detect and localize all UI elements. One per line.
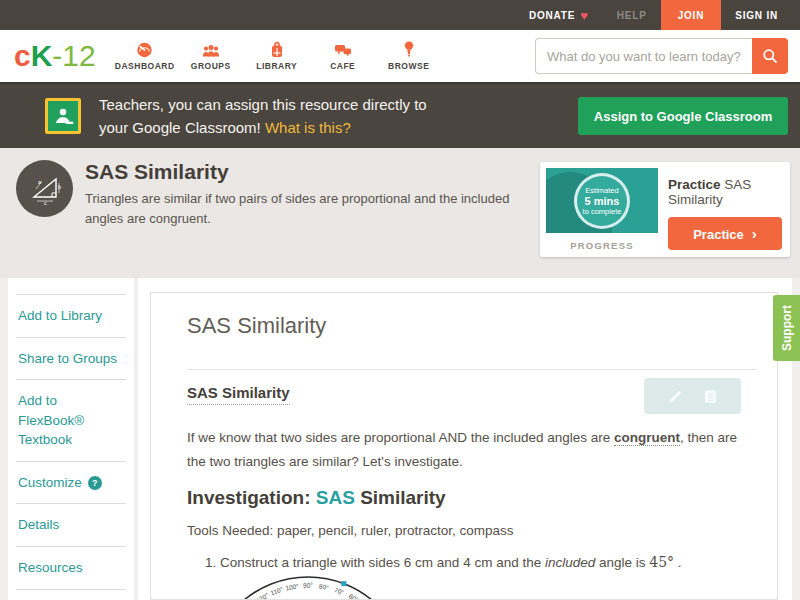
classroom-banner: Teachers, you can assign this resource d… — [0, 84, 800, 148]
practice-button[interactable]: Practice› — [668, 217, 782, 250]
nav-library[interactable]: LIBRARY — [244, 42, 310, 71]
search-input[interactable] — [535, 38, 752, 74]
tools-needed-line: Tools Needed: paper, pencil, ruler, prot… — [187, 523, 757, 538]
heart-icon: ♥ — [580, 8, 589, 23]
read-document-icon[interactable] — [703, 389, 718, 404]
triangle-concept-icon: abc — [16, 160, 73, 217]
protractor-image: 30°40°50°60°70°80°90°100°110°120°130°140… — [205, 576, 757, 600]
sign-in-button[interactable]: SIGN IN — [721, 0, 792, 30]
step-1: 1. Construct a triangle with sides 6 cm … — [187, 554, 757, 570]
sidebar-item-share-to-groups[interactable]: Share to Groups — [16, 338, 126, 381]
donate-label: DONATE — [529, 10, 575, 21]
nav-groups-label: GROUPS — [191, 61, 231, 71]
groups-people-icon — [201, 42, 221, 58]
sidebar-item-details[interactable]: Details — [16, 504, 126, 547]
svg-text:c: c — [44, 199, 47, 205]
banner-line1: Teachers, you can assign this resource d… — [99, 93, 427, 116]
page: DONATE♥ HELP JOIN SIGN IN cK-12 DASHBOAR… — [0, 0, 800, 600]
banner-text: Teachers, you can assign this resource d… — [99, 93, 427, 140]
edit-pencil-icon[interactable] — [668, 389, 683, 404]
help-question-icon[interactable]: ? — [88, 476, 102, 490]
ck12-logo[interactable]: cK-12 — [14, 41, 96, 71]
browse-bulb-icon — [404, 42, 414, 58]
nav-dashboard-label: DASHBOARD — [115, 61, 175, 71]
sidebar-item-resources[interactable]: Resources — [16, 547, 126, 590]
intro-paragraph: If we know that two sides are proportion… — [187, 426, 757, 475]
practice-title: Practice SAS Similarity — [668, 177, 782, 207]
estimated-time-badge: Estimated 5 mins to complete — [574, 173, 630, 229]
topbar: DONATE♥ HELP JOIN SIGN IN — [0, 0, 800, 30]
svg-text:b: b — [58, 184, 61, 190]
sidebar: Add to Library Share to Groups Add to Fl… — [8, 278, 134, 600]
practice-card: Estimated 5 mins to complete PROGRESS Pr… — [540, 162, 790, 257]
investigation-heading: Investigation: SAS Similarity — [187, 487, 757, 509]
nav-browse-label: BROWSE — [388, 61, 429, 71]
sidebar-item-add-to-library[interactable]: Add to Library — [16, 294, 126, 338]
help-link[interactable]: HELP — [603, 0, 661, 30]
lesson-card: SAS Similarity SAS Similarity If we know… — [150, 292, 778, 600]
progress-label: PROGRESS — [546, 240, 658, 251]
nav-cafe-label: CAFE — [330, 61, 355, 71]
nav-dashboard[interactable]: DASHBOARD — [112, 42, 178, 71]
nav-groups[interactable]: GROUPS — [178, 42, 244, 71]
article-title: SAS Similarity — [187, 384, 290, 405]
join-button[interactable]: JOIN — [661, 0, 722, 30]
content-area: Add to Library Share to Groups Add to Fl… — [0, 278, 800, 600]
sidebar-item-add-to-flexbook[interactable]: Add to FlexBook® Textbook — [16, 380, 126, 462]
main-nav: DASHBOARD GROUPS LIBRARY CAFE BROWSE — [112, 42, 442, 71]
donate-link[interactable]: DONATE♥ — [515, 0, 603, 30]
sidebar-item-download[interactable]: Download▾ — [16, 590, 126, 600]
concept-hero: abc SAS Similarity Triangles are similar… — [0, 148, 800, 278]
concept-description: Triangles are similar if two pairs of si… — [85, 189, 535, 228]
dashboard-gauge-icon — [136, 42, 153, 58]
lesson-page-title: SAS Similarity — [187, 313, 757, 339]
cafe-chat-icon — [334, 42, 352, 58]
chevron-right-icon: › — [752, 225, 757, 242]
concept-title: SAS Similarity — [85, 160, 535, 184]
nav-browse[interactable]: BROWSE — [376, 42, 442, 71]
svg-text:90°: 90° — [303, 582, 313, 589]
vocab-term[interactable]: congruent — [614, 430, 680, 446]
library-backpack-icon — [269, 42, 285, 58]
article-toolbox — [644, 378, 741, 414]
nav-cafe[interactable]: CAFE — [310, 42, 376, 71]
search-icon — [762, 48, 778, 64]
hero-text: SAS Similarity Triangles are similar if … — [85, 160, 535, 228]
search-bar — [535, 38, 788, 74]
divider — [187, 369, 757, 370]
nav-library-label: LIBRARY — [256, 61, 297, 71]
google-classroom-icon — [45, 98, 81, 134]
support-tab[interactable]: Support — [773, 295, 800, 361]
what-is-this-link[interactable]: What is this? — [265, 119, 351, 136]
assign-google-classroom-button[interactable]: Assign to Google Classroom — [578, 97, 788, 135]
main-panel: SAS Similarity SAS Similarity If we know… — [138, 278, 792, 600]
banner-line2: your Google Classroom! — [99, 119, 261, 136]
site-header: cK-12 DASHBOARD GROUPS LIBRARY CAFE BROW… — [0, 30, 800, 84]
search-button[interactable] — [752, 38, 788, 74]
sidebar-item-customize[interactable]: Customize? — [16, 462, 126, 505]
practice-thumbnail[interactable]: Estimated 5 mins to complete — [546, 168, 658, 233]
